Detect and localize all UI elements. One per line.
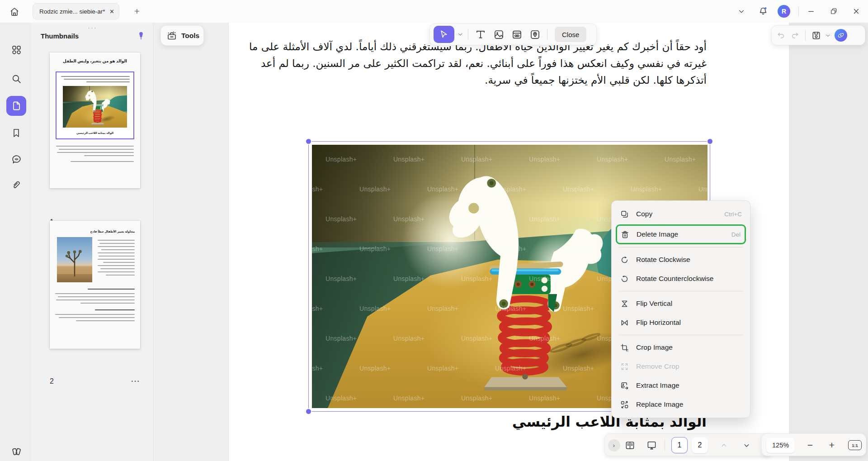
save-options-chevron-icon[interactable]: [825, 33, 831, 38]
thumb2-page-number: 2: [50, 377, 54, 385]
sidebar-item-attachments[interactable]: [6, 175, 26, 195]
expand-panel-button[interactable]: ›: [608, 434, 620, 456]
previous-page-button[interactable]: [716, 434, 731, 456]
titlebar-chevron-down-icon[interactable]: [734, 4, 749, 19]
bookmark-icon: [11, 128, 22, 138]
menu-item-extract-image[interactable]: Extract Image: [612, 376, 750, 395]
menu-item-label: Rotate Clockwise: [636, 256, 742, 264]
thumbnail-page-1[interactable]: الوالد هو من يتغير، وليس الطفل الوالد بم…: [50, 52, 140, 188]
search-icon: [11, 73, 22, 85]
sidebar-item-apps[interactable]: [6, 40, 26, 60]
watermark-text: Unsplash+: [359, 305, 391, 312]
link-tool-icon: [511, 29, 523, 40]
toolbar-divider: [547, 29, 547, 40]
menu-item-label: Flip Vertical: [636, 299, 742, 308]
watermark-text: Unsplash+: [393, 394, 425, 402]
watermark-text: Unsplash+: [427, 185, 458, 193]
left-icon-rail: [0, 23, 32, 461]
watermark-text: Unsplash+: [393, 275, 425, 282]
tools-button[interactable]: Tools: [160, 25, 204, 46]
text-tool-icon: [475, 29, 486, 40]
pin-icon[interactable]: [136, 31, 146, 41]
flip-horizontal-icon: [620, 318, 629, 328]
menu-item-remove-crop: Remove Crop: [612, 357, 750, 376]
add-link-button[interactable]: [509, 27, 524, 42]
sidebar-item-search[interactable]: [6, 69, 26, 89]
menu-item-label: Flip Horizontal: [636, 318, 742, 327]
menu-item-crop-image[interactable]: Crop Image: [612, 338, 750, 357]
palette-icon: [11, 446, 22, 457]
notifications-button[interactable]: [756, 4, 770, 19]
panel-header: Thumbnails: [41, 31, 146, 41]
home-icon: [9, 6, 20, 17]
add-location-button[interactable]: [527, 27, 542, 42]
page-button-1[interactable]: 1: [670, 434, 689, 456]
grid-icon: [11, 44, 22, 56]
watermark-text: Unsplash+: [326, 275, 357, 282]
flip-vertical-icon: [620, 299, 629, 309]
watermark-text: Unsplash+: [359, 365, 391, 372]
add-text-button[interactable]: [473, 27, 488, 42]
page-gutter: [789, 23, 868, 461]
watermark-text: Unsplash+: [461, 156, 492, 163]
page-number-label: 2: [698, 441, 702, 449]
reading-view-button[interactable]: [622, 434, 637, 456]
menu-item-copy[interactable]: Copy Ctrl+C: [612, 204, 750, 223]
watermark-text: Unsplash+: [529, 275, 560, 282]
close-window-button[interactable]: [849, 4, 863, 19]
user-avatar[interactable]: R: [778, 5, 790, 18]
watermark-text: Unsplash+: [461, 275, 492, 282]
paragraph-line: أتذكرها كلها. لكن قلبي الأم يختزنها جميع…: [485, 74, 707, 86]
watermark-text: Unsplash+: [495, 365, 526, 372]
comment-icon: [11, 154, 22, 165]
sidebar-item-thumbnails[interactable]: [6, 96, 26, 116]
thumb2-more-button[interactable]: ···: [131, 377, 140, 386]
menu-item-replace-image[interactable]: Replace Image: [612, 395, 750, 414]
menu-item-shortcut: Del: [731, 231, 741, 238]
select-tool-chevron-icon[interactable]: [457, 31, 463, 38]
document-tab-title: Rodzic zmie... siebie-ar*: [39, 8, 106, 15]
select-tool-button[interactable]: [434, 26, 454, 43]
watermark-text: Unsplash+: [563, 365, 594, 372]
thumb1-image-caption: الوالد بمثابة اللاعب الرئيسي: [57, 131, 133, 134]
ai-assistant-button[interactable]: [835, 29, 847, 42]
presentation-button[interactable]: [644, 434, 659, 456]
menu-item-flip-horizontal[interactable]: Flip Horizontal: [612, 313, 750, 332]
save-icon[interactable]: [811, 30, 821, 41]
restore-button[interactable]: [826, 4, 841, 19]
watermark-text: Unsplash+: [495, 245, 526, 252]
sidebar-item-bookmarks[interactable]: [6, 123, 26, 143]
redo-icon[interactable]: [790, 30, 800, 40]
minimize-button[interactable]: [804, 4, 818, 19]
edit-toolbar: Close: [429, 24, 597, 45]
thumb1-page-title: الوالد هو من يتغير، وليس الطفل: [50, 59, 140, 63]
home-button[interactable]: [7, 5, 22, 19]
chevron-down-icon: [743, 442, 750, 449]
menu-item-flip-vertical[interactable]: Flip Vertical: [612, 294, 750, 313]
watermark-text: Unsplash+: [529, 215, 560, 223]
zoom-out-button[interactable]: −: [803, 434, 817, 456]
replace-image-icon: [620, 400, 629, 409]
next-page-button[interactable]: [739, 434, 754, 456]
ratio-label: 1:1: [852, 443, 858, 448]
document-tab[interactable]: Rodzic zmie... siebie-ar* ✕: [33, 3, 119, 19]
sidebar-item-comments[interactable]: [6, 149, 26, 169]
thumbnail-page-2[interactable]: محاولة تغيير الأطفال خطأ فادح: [50, 221, 140, 349]
close-edit-mode-button[interactable]: Close: [555, 27, 586, 42]
menu-item-rotate-counterclockwise[interactable]: Rotate Counterclockwise: [612, 269, 750, 288]
watermark-text: Unsplash+: [597, 156, 628, 163]
new-tab-button[interactable]: +: [130, 5, 144, 18]
menu-item-delete-image[interactable]: Delete Image Del: [617, 226, 745, 243]
add-image-button[interactable]: [491, 27, 506, 42]
menu-item-rotate-clockwise[interactable]: Rotate Clockwise: [612, 250, 750, 269]
page-button-2[interactable]: 2: [690, 434, 710, 456]
watermark-text: Unsplash+: [427, 245, 458, 252]
actual-size-button[interactable]: 1:1: [846, 434, 864, 456]
sidebar-item-theme[interactable]: [6, 441, 26, 461]
tab-close-icon[interactable]: ✕: [109, 8, 114, 15]
undo-icon[interactable]: [776, 30, 786, 40]
zoom-level-field[interactable]: 125%: [766, 434, 795, 456]
zoom-in-button[interactable]: +: [825, 434, 839, 456]
panel-drag-handle[interactable]: ···: [32, 24, 153, 31]
watermark-text: Unsplash+: [529, 394, 560, 402]
